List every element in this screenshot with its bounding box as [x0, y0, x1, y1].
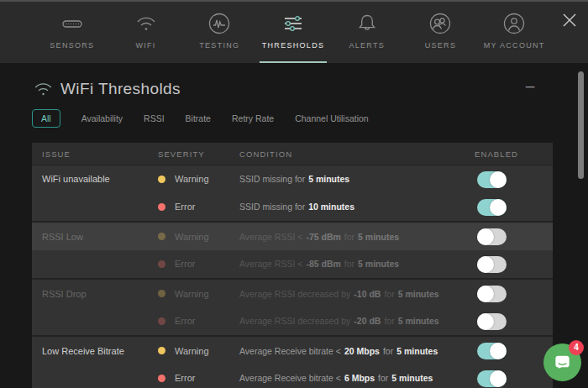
issue-label: RSSI Low	[42, 223, 83, 252]
enabled-toggle[interactable]	[477, 171, 507, 188]
account-icon	[502, 11, 526, 36]
collapse-button[interactable]: –	[519, 76, 541, 96]
condition-value[interactable]: -20 dB	[354, 316, 381, 326]
condition-label: for	[344, 259, 354, 269]
filter-tab-all[interactable]: All	[32, 109, 60, 128]
issue-label: RSSI Drop	[42, 280, 87, 309]
table-row: Error Average RSSI <-85 dBmfor5 minutes	[32, 250, 553, 278]
condition-text: Average Receive bitrate <6 Mbpsfor5 minu…	[239, 364, 436, 388]
filter-tab-rssi[interactable]: RSSI	[144, 113, 165, 123]
condition-value[interactable]: 6 Mbps	[344, 373, 375, 383]
nav-item-sensors[interactable]: SENSORS	[35, 2, 109, 63]
condition-value[interactable]: 5 minutes	[308, 174, 349, 184]
enabled-toggle[interactable]	[477, 286, 507, 302]
condition-label: Average RSSI <	[239, 232, 302, 242]
wifi-icon	[32, 79, 55, 102]
toggle-knob	[477, 256, 494, 273]
severity-dot	[158, 290, 165, 297]
severity-label: Error	[175, 193, 195, 221]
severity-dot	[158, 317, 165, 325]
severity-dot	[158, 260, 165, 268]
condition-text: Average RSSI <-85 dBmfor5 minutes	[239, 250, 402, 278]
column-header-enabled: ENABLED	[475, 143, 518, 165]
condition-label: for	[384, 289, 394, 299]
condition-label: for	[344, 232, 354, 242]
condition-value[interactable]: -10 dB	[354, 289, 381, 299]
table-row: RSSI Low Warning Average RSSI <-75 dBmfo…	[32, 221, 553, 250]
condition-value[interactable]: 5 minutes	[358, 232, 399, 242]
testing-icon	[207, 11, 231, 36]
column-header-condition: CONDITION	[239, 143, 292, 165]
enabled-toggle[interactable]	[477, 370, 507, 387]
table-row: WiFi unavailable Warning SSID missing fo…	[32, 165, 553, 193]
close-icon[interactable]	[561, 13, 578, 29]
condition-value[interactable]: -85 dBm	[306, 259, 340, 269]
condition-value[interactable]: 5 minutes	[396, 346, 438, 356]
chat-icon	[553, 353, 572, 372]
enabled-toggle[interactable]	[477, 343, 507, 359]
condition-value[interactable]: 20 Mbps	[344, 346, 380, 356]
condition-label: Average Receive bitrate <	[239, 373, 341, 383]
table-header: ISSUE SEVERITY CONDITION ENABLED	[32, 143, 553, 165]
enabled-toggle[interactable]	[477, 228, 507, 245]
condition-value[interactable]: 5 minutes	[391, 373, 433, 383]
severity-label: Warning	[175, 280, 209, 309]
condition-label: Average RSSI decreased by	[239, 316, 350, 326]
condition-value[interactable]: -75 dBm	[306, 232, 340, 242]
filter-tab-channel-utilisation[interactable]: Channel Utilisation	[295, 113, 369, 123]
severity-dot	[158, 203, 165, 211]
filter-tab-availability[interactable]: Availability	[81, 113, 123, 123]
nav-items: SENSORS WIFI TESTING THRESHOLDS ALERTS U…	[35, 2, 551, 63]
toggle-knob	[490, 343, 507, 359]
condition-label: Average RSSI decreased by	[239, 289, 350, 299]
table-row: RSSI Drop Warning Average RSSI decreased…	[32, 278, 553, 307]
users-icon	[428, 11, 452, 36]
condition-value[interactable]: 5 minutes	[358, 259, 399, 269]
condition-text: Average RSSI decreased by-10 dBfor5 minu…	[239, 280, 443, 309]
enabled-toggle[interactable]	[477, 313, 507, 330]
nav-item-alerts[interactable]: ALERTS	[330, 2, 404, 63]
active-tab-underline	[260, 61, 327, 63]
condition-value[interactable]: 5 minutes	[398, 289, 439, 299]
nav-item-users[interactable]: USERS	[404, 2, 478, 63]
nav-item-testing[interactable]: TESTING	[182, 2, 256, 63]
table-row: Error Average Receive bitrate <6 Mbpsfor…	[32, 364, 553, 388]
nav-item-thresholds[interactable]: THRESHOLDS	[256, 2, 330, 63]
condition-text: SSID missing for10 minutes	[239, 193, 358, 221]
nav-item-my-account[interactable]: MY ACCOUNT	[477, 2, 551, 63]
toggle-knob	[490, 171, 507, 188]
column-header-issue: ISSUE	[42, 143, 71, 165]
severity-label: Warning	[175, 223, 209, 252]
sensors-icon	[60, 11, 84, 36]
issue-label: WiFi unavailable	[42, 165, 110, 193]
condition-label: SSID missing for	[239, 202, 305, 212]
chat-widget-button[interactable]: 4	[543, 343, 581, 381]
nav-item-wifi[interactable]: WIFI	[109, 2, 183, 63]
filter-tab-retry-rate[interactable]: Retry Rate	[232, 113, 274, 123]
toggle-knob	[490, 199, 507, 216]
toggle-knob	[477, 313, 494, 330]
enabled-toggle[interactable]	[477, 256, 507, 273]
severity-dot	[158, 233, 165, 240]
condition-label: for	[383, 346, 393, 356]
toggle-knob	[490, 370, 507, 387]
page-title: WiFi Thresholds	[60, 80, 181, 98]
severity-label: Warning	[175, 337, 209, 366]
enabled-toggle[interactable]	[477, 199, 507, 216]
condition-value[interactable]: 10 minutes	[308, 202, 354, 212]
severity-dot	[158, 176, 165, 183]
wifi-thresholds-screen: SENSORS WIFI TESTING THRESHOLDS ALERTS U…	[0, 0, 588, 388]
scrollbar-thumb[interactable]	[578, 71, 584, 179]
filter-tab-bitrate[interactable]: Bitrate	[186, 113, 211, 123]
thresholds-icon	[281, 11, 305, 36]
condition-label: Average Receive bitrate <	[239, 346, 341, 356]
severity-label: Warning	[175, 165, 209, 193]
severity-label: Error	[175, 364, 195, 388]
condition-value[interactable]: 5 minutes	[398, 316, 439, 326]
issue-label: Low Receive Bitrate	[42, 337, 124, 366]
toggle-knob	[477, 228, 494, 245]
toggle-knob	[477, 286, 494, 302]
table-row: Error SSID missing for10 minutes	[32, 193, 553, 221]
filter-tabs: AllAvailabilityRSSIBitrateRetry RateChan…	[32, 109, 369, 128]
alerts-icon	[355, 11, 379, 36]
